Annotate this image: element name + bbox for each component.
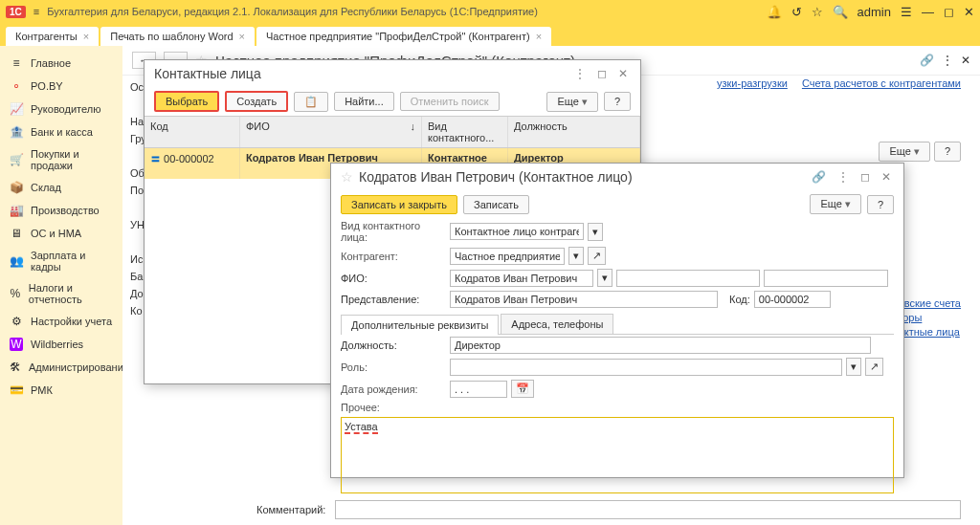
link-icon[interactable]: 🔗 <box>809 170 829 184</box>
comment-label: Комментарий: <box>256 504 325 515</box>
history-icon[interactable]: ↺ <box>791 5 802 19</box>
col-position[interactable]: Должность <box>508 117 640 147</box>
link-accounts[interactable]: Счета расчетов с контрагентами <box>802 77 961 89</box>
more-button[interactable]: Еще <box>546 92 597 112</box>
close-icon[interactable]: ✕ <box>961 54 970 67</box>
more-button[interactable]: Еще <box>810 194 860 214</box>
close-icon[interactable]: ✕ <box>615 67 631 80</box>
settings-icon[interactable]: ☰ <box>901 5 912 19</box>
label-contact-type: Вид контактного лица: <box>341 220 446 243</box>
sidebar-item-bank[interactable]: 🏦Банк и касса <box>0 120 122 143</box>
label-fio: ФИО: <box>341 273 368 284</box>
role-input[interactable] <box>450 359 842 376</box>
sidebar-item-wildberries[interactable]: WWildberries <box>0 333 122 356</box>
cancel-find-button[interactable]: Отменить поиск <box>400 92 500 111</box>
representation-input[interactable] <box>450 291 718 308</box>
counterparty-input[interactable] <box>450 248 565 265</box>
titlebar: 1C ≡ Бухгалтерия для Беларуси, редакция … <box>0 0 980 23</box>
maximize-icon[interactable]: ◻ <box>858 170 873 184</box>
other-textarea[interactable]: Устава <box>341 417 894 493</box>
close-icon[interactable]: × <box>239 31 245 42</box>
col-fio[interactable]: ФИО ↓ <box>240 117 422 147</box>
find-button[interactable]: Найти... <box>334 92 394 111</box>
maximize-icon[interactable]: ◻ <box>944 5 954 19</box>
sidebar-item-production[interactable]: 🏭Производство <box>0 199 122 222</box>
link-unloading[interactable]: узки-разгрузки <box>717 77 788 89</box>
sidebar-item-poby[interactable]: ⚬PO.BY <box>0 75 122 98</box>
bell-icon[interactable]: 🔔 <box>767 5 782 19</box>
close-icon[interactable]: ✕ <box>964 5 974 19</box>
label-code: Код: <box>729 294 750 305</box>
calendar-icon[interactable]: 📅 <box>511 380 534 398</box>
fio-input-2[interactable] <box>616 270 760 287</box>
home-icon: ≡ <box>10 56 23 70</box>
label-position: Должность: <box>341 339 397 351</box>
sidebar-item-manager[interactable]: 📈Руководителю <box>0 98 122 120</box>
tab-addresses[interactable]: Адреса, телефоны <box>501 314 613 334</box>
search-icon[interactable]: 🔍 <box>833 5 848 19</box>
label-other: Прочее: <box>341 402 446 413</box>
dropdown-icon[interactable]: ▾ <box>588 223 603 241</box>
copy-button[interactable]: 📋 <box>294 92 328 112</box>
save-button[interactable]: Записать <box>463 195 529 214</box>
modal-title: Контактные лица <box>154 66 566 81</box>
sidebar-item-sales[interactable]: 🛒Покупки и продажи <box>0 143 122 176</box>
dob-input[interactable] <box>450 381 507 398</box>
star-icon[interactable]: ☆ <box>812 5 823 19</box>
save-close-button[interactable]: Записать и закрыть <box>341 195 457 214</box>
position-input[interactable] <box>450 337 871 354</box>
comment-row: Комментарий: <box>256 500 961 519</box>
favorite-icon[interactable]: ☆ <box>341 169 353 185</box>
grid-header: Код ФИО ↓ Вид контактного... Должность <box>145 116 640 148</box>
sidebar-item-assets[interactable]: 🖥ОС и НМА <box>0 222 122 245</box>
help-button[interactable]: ? <box>867 195 894 214</box>
fio-input-3[interactable] <box>764 270 888 287</box>
close-icon[interactable]: × <box>83 31 89 42</box>
more-icon[interactable]: ⋮ <box>571 67 589 80</box>
sidebar-item-warehouse[interactable]: 📦Склад <box>0 176 122 199</box>
sidebar-item-taxes[interactable]: %Налоги и отчетность <box>0 277 122 310</box>
more-icon[interactable]: ⋮ <box>835 170 852 184</box>
sidebar-item-payroll[interactable]: 👥Зарплата и кадры <box>0 245 122 277</box>
open-icon[interactable]: ↗ <box>588 247 606 265</box>
create-button[interactable]: Создать <box>225 91 288 112</box>
label-counterparty: Контрагент: <box>341 251 446 262</box>
minimize-icon[interactable]: — <box>922 5 934 19</box>
open-icon[interactable]: ↗ <box>865 358 883 376</box>
contact-type-input[interactable] <box>450 223 584 240</box>
sidebar-item-rmk[interactable]: 💳РМК <box>0 379 122 402</box>
hamburger-icon[interactable]: ≡ <box>33 6 39 17</box>
help-button[interactable]: ? <box>934 142 961 162</box>
tab-counterparties[interactable]: Контрагенты× <box>6 27 99 46</box>
tab-counterparty-card[interactable]: Частное предприятие "ПрофиДелСтрой" (Кон… <box>256 27 551 46</box>
modal-contact-card: ☆ Кодратов Иван Петрович (Контактное лиц… <box>330 163 904 478</box>
close-icon[interactable]: ✕ <box>879 170 894 184</box>
sidebar-item-main[interactable]: ≡Главное <box>0 52 122 75</box>
dropdown-icon[interactable]: ▾ <box>568 247 584 265</box>
code-input[interactable] <box>754 291 831 308</box>
app-logo: 1C <box>6 6 26 18</box>
comment-input[interactable] <box>335 500 961 519</box>
sidebar-item-admin[interactable]: 🛠Администрирование <box>0 356 122 379</box>
more-icon[interactable]: ⋮ <box>942 54 953 67</box>
label-role: Роль: <box>341 361 446 373</box>
tab-additional[interactable]: Дополнительные реквизиты <box>341 315 499 335</box>
sidebar-item-settings[interactable]: ⚙Настройки учета <box>0 310 122 333</box>
dropdown-icon[interactable]: ▾ <box>597 269 612 287</box>
col-code[interactable]: Код <box>145 117 240 147</box>
app-title: Бухгалтерия для Беларуси, редакция 2.1. … <box>47 6 758 17</box>
tab-word-template[interactable]: Печать по шаблону Word× <box>100 27 255 46</box>
select-button[interactable]: Выбрать <box>154 91 219 112</box>
document-tabs: Контрагенты× Печать по шаблону Word× Час… <box>0 23 980 46</box>
label-dob: Дата рождения: <box>341 383 446 395</box>
titlebar-icons: 🔔 ↺ ☆ 🔍 admin ☰ — ◻ ✕ <box>767 5 974 19</box>
link-icon[interactable]: 🔗 <box>920 54 934 67</box>
close-icon[interactable]: × <box>536 31 542 42</box>
col-type[interactable]: Вид контактного... <box>422 117 508 147</box>
dropdown-icon[interactable]: ▾ <box>846 358 861 376</box>
fio-input[interactable] <box>450 270 593 287</box>
user-label[interactable]: admin <box>858 5 891 19</box>
maximize-icon[interactable]: ◻ <box>594 67 610 80</box>
help-button[interactable]: ? <box>604 92 631 111</box>
more-button[interactable]: Еще <box>879 142 929 162</box>
